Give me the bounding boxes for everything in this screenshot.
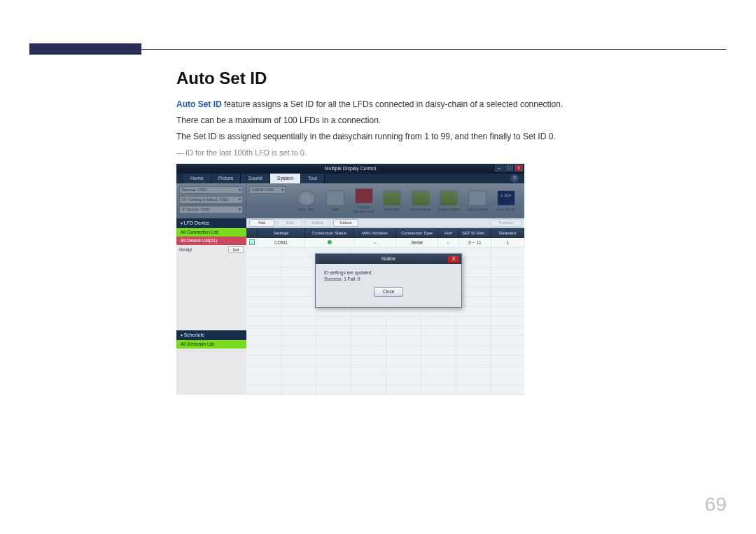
dialog-line1: ID settings are updated. bbox=[324, 269, 453, 276]
close-button[interactable]: x bbox=[514, 164, 523, 171]
col-detected: Detected Devices bbox=[491, 228, 524, 238]
dialog-body: ID settings are updated. Success: 1 Fail… bbox=[316, 264, 461, 303]
tab-tool[interactable]: Tool bbox=[301, 174, 325, 183]
titlebar: Multiple Display Control – □ x bbox=[176, 164, 524, 174]
refresh-button[interactable]: Refresh bbox=[491, 219, 522, 227]
sidebar-schedule[interactable]: Schedule bbox=[176, 330, 246, 340]
tab-home[interactable]: Home bbox=[183, 174, 211, 183]
tool-screensaver[interactable]: Screen Saver bbox=[407, 190, 435, 211]
dialog-title: Notice X bbox=[316, 254, 461, 264]
paragraph-2: There can be a maximum of 100 LFDs in a … bbox=[176, 114, 708, 127]
lmde-combo[interactable]: LMDE-OSD bbox=[249, 186, 286, 194]
tool-label: Auto Set ID bbox=[497, 207, 515, 211]
tool-pixelshift[interactable]: Pixel Shift bbox=[378, 190, 406, 211]
col-port: Port bbox=[438, 228, 459, 238]
tool-holiday[interactable]: Holiday Management bbox=[350, 188, 378, 213]
sidebar-group-row: Group Edit bbox=[176, 245, 246, 255]
sidebar: LFD Device All Connection List All Devic… bbox=[176, 218, 246, 395]
holiday-icon bbox=[355, 188, 373, 204]
main-tabs: Home Picture Sound System Tool ? bbox=[176, 174, 524, 183]
sidebar-spacer2 bbox=[176, 349, 246, 394]
ceiling-combo[interactable]: On Ceiling is Head: OSD bbox=[179, 196, 243, 204]
tool-autosetid[interactable]: Auto Set ID bbox=[492, 190, 520, 211]
dialog-close-button[interactable]: X bbox=[448, 255, 459, 262]
app-title: Multiple Display Control bbox=[325, 166, 377, 171]
paragraph-3: The Set ID is assigned sequentially in t… bbox=[176, 130, 708, 143]
sidebar-all-device-list[interactable]: All Device List(01) bbox=[176, 237, 246, 245]
app-window: Multiple Display Control – □ x Home Pict… bbox=[176, 164, 524, 395]
col-connstatus: Connection Status bbox=[305, 228, 354, 238]
minimize-button[interactable]: – bbox=[495, 164, 503, 171]
sidebar-group-label: Group bbox=[179, 247, 192, 252]
window-buttons: – □ x bbox=[495, 164, 523, 171]
table-header: Settings Connection Status MAC Address C… bbox=[246, 228, 524, 238]
cell-status bbox=[305, 238, 354, 247]
col-mac: MAC Address bbox=[354, 228, 396, 238]
notice-dialog: Notice X ID settings are updated. Succes… bbox=[315, 253, 462, 308]
safety-icon bbox=[440, 190, 458, 206]
tool-label: Clock, Tim... bbox=[298, 207, 317, 211]
cell-settings: COM1 bbox=[258, 238, 305, 247]
voption-combo[interactable]: V Option: OSD bbox=[179, 206, 243, 213]
dialog-title-text: Notice bbox=[382, 256, 396, 261]
autosetid-icon bbox=[497, 190, 515, 206]
cell-mac: -- bbox=[354, 238, 396, 247]
cell-check[interactable] bbox=[246, 238, 258, 247]
cell-type: Serial bbox=[396, 238, 438, 247]
tool-label: Tone bbox=[332, 207, 340, 211]
tool-label: Holiday Management bbox=[354, 205, 374, 213]
tone-icon bbox=[326, 190, 344, 206]
sidebar-lfd-device[interactable]: LFD Device bbox=[176, 218, 246, 228]
sidebar-edit-button[interactable]: Edit bbox=[228, 246, 244, 253]
video-icon bbox=[468, 190, 486, 206]
page-heading: Auto Set ID bbox=[176, 69, 708, 88]
note-line: ID for the last 100th LFD is set to 0. bbox=[176, 148, 708, 157]
source-combo[interactable]: Source: OSD bbox=[179, 186, 243, 194]
tab-sound[interactable]: Sound bbox=[241, 174, 270, 183]
tool-safetyscreen[interactable]: Safety Screen bbox=[435, 190, 463, 211]
col-conntype: Connection Type bbox=[396, 228, 438, 238]
cell-port: -- bbox=[438, 238, 459, 247]
tool-clock[interactable]: Clock, Tim... bbox=[293, 190, 321, 211]
detect-button[interactable]: Detect bbox=[333, 219, 358, 227]
ribbon: Source: OSD On Ceiling is Head: OSD V Op… bbox=[176, 183, 524, 218]
table-row[interactable]: COM1 -- Serial -- 0 ~ 11 1 bbox=[246, 238, 524, 248]
edit-button[interactable]: Edit bbox=[277, 219, 302, 227]
add-button[interactable]: Add bbox=[249, 219, 274, 227]
left-accent-bar bbox=[29, 43, 141, 55]
tool-label: Video Control bbox=[467, 207, 488, 211]
col-settings: Settings bbox=[258, 228, 305, 238]
maximize-button[interactable]: □ bbox=[505, 164, 513, 171]
main-panel: Add Edit Delete Detect Refresh Settings … bbox=[246, 218, 524, 395]
ribbon-left-panel: Source: OSD On Ceiling is Head: OSD V Op… bbox=[176, 183, 246, 218]
pixelshift-icon bbox=[383, 190, 401, 206]
cell-detected: 1 bbox=[491, 238, 524, 247]
dialog-line2: Success: 1 Fail: 0 bbox=[324, 276, 453, 283]
sidebar-all-schedule-list[interactable]: All Schedule List bbox=[176, 340, 246, 349]
table-toolbar: Add Edit Delete Detect Refresh bbox=[246, 218, 524, 228]
body-split: LFD Device All Connection List All Devic… bbox=[176, 218, 524, 395]
lead-rest: feature assigns a Set ID for all the LFD… bbox=[222, 99, 564, 109]
ribbon-tools: Clock, Tim... Tone Holiday Management Pi… bbox=[288, 183, 524, 218]
status-dot-icon bbox=[328, 240, 332, 244]
lead-term: Auto Set ID bbox=[176, 99, 222, 109]
help-icon[interactable]: ? bbox=[510, 174, 519, 183]
tool-label: Safety Screen bbox=[438, 207, 460, 211]
tab-picture[interactable]: Picture bbox=[211, 174, 241, 183]
intro-paragraph: Auto Set ID feature assigns a Set ID for… bbox=[176, 98, 708, 111]
col-setidrange: SET ID Ran... bbox=[459, 228, 491, 238]
tool-label: Screen Saver bbox=[410, 207, 431, 211]
sidebar-spacer bbox=[176, 255, 246, 331]
tool-tone[interactable]: Tone bbox=[321, 190, 349, 211]
sidebar-all-connection-list[interactable]: All Connection List bbox=[176, 228, 246, 237]
checkbox-icon[interactable] bbox=[249, 239, 255, 245]
dialog-ok-button[interactable]: Close bbox=[374, 287, 403, 297]
tool-videocontrol[interactable]: Video Control bbox=[463, 190, 491, 211]
page-content: Auto Set ID Auto Set ID feature assigns … bbox=[176, 69, 708, 395]
delete-button[interactable]: Delete bbox=[305, 219, 330, 227]
tab-system[interactable]: System bbox=[270, 174, 301, 183]
tool-label: Pixel Shift bbox=[384, 207, 400, 211]
screensaver-icon bbox=[412, 190, 430, 206]
clock-icon bbox=[298, 190, 316, 206]
cell-range: 0 ~ 11 bbox=[459, 238, 491, 247]
